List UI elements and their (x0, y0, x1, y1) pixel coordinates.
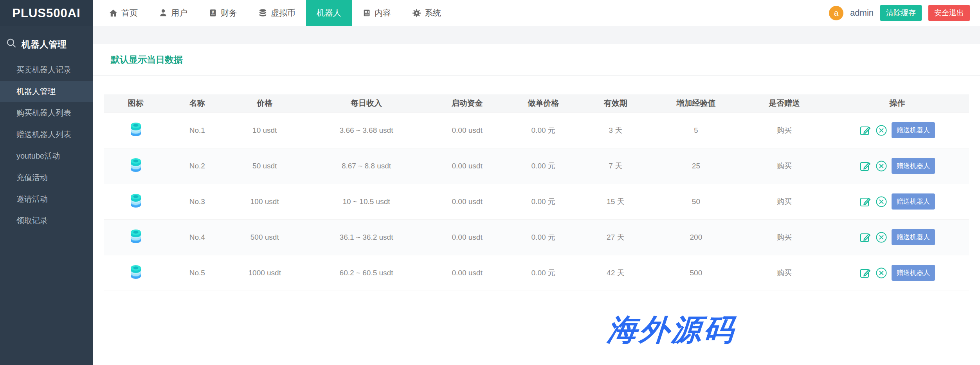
gift-robot-button[interactable]: 赠送机器人 (892, 193, 935, 210)
delete-icon[interactable] (876, 196, 887, 208)
delete-icon[interactable] (876, 125, 887, 136)
sidebar-item-7[interactable]: 领取记录 (0, 210, 93, 231)
robot-exp: 500 (649, 255, 743, 291)
robot-order-price: 0.00 元 (504, 184, 582, 219)
robot-daily-income: 36.1 ~ 36.2 usdt (303, 219, 430, 255)
robot-validity: 15 天 (582, 184, 649, 219)
edit-icon[interactable] (859, 267, 871, 279)
username[interactable]: admin (850, 8, 874, 18)
sidebar-item-4[interactable]: youtube活动 (0, 145, 93, 167)
panel-body: 图标 名称 价格 每日收入 启动资金 做单价格 有效期 增加经验值 是否赠送 操… (93, 76, 980, 291)
nav-items: 首页 用户 ¥ 财务 虚拟币 机器人 内容 系统 (98, 0, 452, 26)
table-row: No.2 50 usdt 8.67 ~ 8.8 usdt 0.00 usdt 0… (104, 148, 969, 184)
delete-icon[interactable] (876, 231, 887, 243)
table-row: No.1 10 usdt 3.66 ~ 3.68 usdt 0.00 usdt … (104, 112, 969, 148)
logout-button[interactable]: 安全退出 (928, 5, 970, 21)
nav-item-system[interactable]: 系统 (402, 0, 452, 26)
robot-coin-icon (129, 157, 143, 173)
sidebar-item-1[interactable]: 机器人管理 (0, 81, 93, 102)
watermark-text: 海外源码 (606, 310, 737, 351)
sidebar-item-6[interactable]: 邀请活动 (0, 188, 93, 210)
col-icon: 图标 (104, 94, 168, 112)
content-icon (362, 9, 371, 17)
robot-exp: 200 (649, 219, 743, 255)
col-order-price: 做单价格 (504, 94, 582, 112)
robot-daily-income: 10 ~ 10.5 usdt (303, 184, 430, 219)
nav-item-crypto[interactable]: 虚拟币 (248, 0, 306, 26)
table-row: No.3 100 usdt 10 ~ 10.5 usdt 0.00 usdt 0… (104, 184, 969, 219)
robot-gift-mode: 购买 (743, 219, 825, 255)
gift-robot-button[interactable]: 赠送机器人 (892, 122, 935, 138)
col-start-fund: 启动资金 (430, 94, 504, 112)
robot-price: 500 usdt (227, 219, 303, 255)
robot-table: 图标 名称 价格 每日收入 启动资金 做单价格 有效期 增加经验值 是否赠送 操… (104, 94, 969, 291)
delete-icon[interactable] (876, 160, 887, 172)
table-row: No.5 1000 usdt 60.2 ~ 60.5 usdt 0.00 usd… (104, 255, 969, 291)
col-actions: 操作 (825, 94, 969, 112)
gift-robot-button[interactable]: 赠送机器人 (892, 158, 935, 174)
robot-validity: 7 天 (582, 148, 649, 184)
avatar[interactable]: a (829, 6, 843, 20)
nav-item-users[interactable]: 用户 (148, 0, 198, 26)
edit-icon[interactable] (859, 125, 871, 136)
robot-gift-mode: 购买 (743, 148, 825, 184)
robot-daily-income: 60.2 ~ 60.5 usdt (303, 255, 430, 291)
clear-cache-button[interactable]: 清除缓存 (880, 5, 922, 21)
finance-icon: ¥ (209, 9, 217, 17)
robot-price: 100 usdt (227, 184, 303, 219)
sidebar-menu: 买卖机器人记录机器人管理购买机器人列表赠送机器人列表youtube活动充值活动邀… (0, 59, 93, 231)
robot-order-price: 0.00 元 (504, 219, 582, 255)
row-actions: 赠送机器人 (825, 122, 969, 138)
nav-label: 系统 (425, 7, 441, 18)
robot-gift-mode: 购买 (743, 184, 825, 219)
gear-icon (412, 9, 421, 18)
robot-exp: 25 (649, 148, 743, 184)
sidebar-item-0[interactable]: 买卖机器人记录 (0, 59, 93, 81)
content-card: 默认显示当日数据 图标 名称 价格 每日收入 启动资金 做单价格 有效期 (93, 44, 980, 365)
robot-gift-mode: 购买 (743, 112, 825, 148)
robot-name: No.5 (168, 255, 227, 291)
brand-logo[interactable]: PLUS500AI (0, 0, 93, 26)
nav-item-robot[interactable]: 机器人 (306, 0, 352, 26)
sidebar-section-title-text: 机器人管理 (22, 38, 67, 51)
nav-label: 虚拟币 (271, 7, 295, 18)
table-row: No.4 500 usdt 36.1 ~ 36.2 usdt 0.00 usdt… (104, 219, 969, 255)
col-exp: 增加经验值 (649, 94, 743, 112)
sidebar-item-5[interactable]: 充值活动 (0, 167, 93, 188)
gift-robot-button[interactable]: 赠送机器人 (892, 229, 935, 245)
nav-label: 机器人 (317, 7, 341, 18)
top-navbar: 首页 用户 ¥ 财务 虚拟币 机器人 内容 系统 a admin 清除缓存 安全… (93, 0, 980, 26)
robot-exp: 50 (649, 184, 743, 219)
edit-icon[interactable] (859, 160, 871, 172)
gift-robot-button[interactable]: 赠送机器人 (892, 265, 935, 281)
navbar-right: a admin 清除缓存 安全退出 (829, 0, 980, 26)
robot-order-price: 0.00 元 (504, 148, 582, 184)
row-actions: 赠送机器人 (825, 265, 969, 281)
nav-item-home[interactable]: 首页 (98, 0, 148, 26)
col-gift: 是否赠送 (743, 94, 825, 112)
robot-exp: 5 (649, 112, 743, 148)
user-icon (159, 9, 168, 17)
sidebar-item-2[interactable]: 购买机器人列表 (0, 102, 93, 124)
nav-item-content[interactable]: 内容 (352, 0, 402, 26)
edit-icon[interactable] (859, 231, 871, 243)
robot-order-price: 0.00 元 (504, 255, 582, 291)
robot-start-fund: 0.00 usdt (430, 219, 504, 255)
row-actions: 赠送机器人 (825, 229, 969, 245)
robot-daily-income: 8.67 ~ 8.8 usdt (303, 148, 430, 184)
edit-icon[interactable] (859, 196, 871, 208)
robot-coin-icon (129, 264, 143, 280)
robot-name: No.4 (168, 219, 227, 255)
robot-gift-mode: 购买 (743, 255, 825, 291)
delete-icon[interactable] (876, 267, 887, 279)
nav-item-finance[interactable]: ¥ 财务 (198, 0, 248, 26)
robot-price: 50 usdt (227, 148, 303, 184)
home-icon (109, 9, 118, 18)
nav-label: 财务 (221, 7, 237, 18)
sidebar-item-3[interactable]: 赠送机器人列表 (0, 124, 93, 145)
robot-start-fund: 0.00 usdt (430, 148, 504, 184)
robot-coin-icon (129, 193, 143, 208)
sidebar-section-title: 机器人管理 (0, 38, 93, 51)
nav-label: 首页 (121, 7, 138, 18)
nav-label: 用户 (171, 7, 187, 18)
